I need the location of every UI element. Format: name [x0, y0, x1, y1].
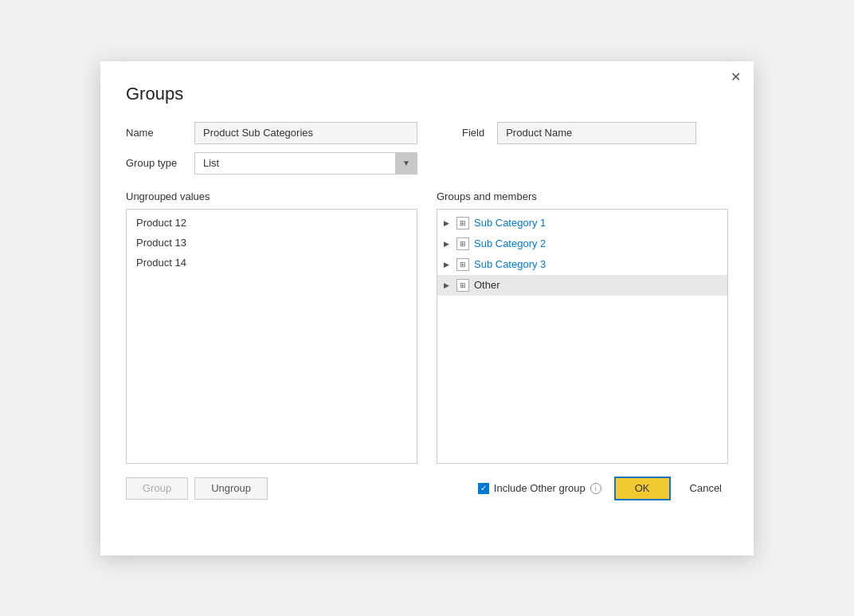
- field-label: Field: [462, 127, 484, 139]
- tree-item-label: Sub Category 2: [474, 237, 546, 249]
- name-row: Name Field Product Name: [126, 122, 728, 144]
- group-type-dropdown[interactable]: List Bin: [194, 152, 417, 175]
- include-other-section: ✓ Include Other group i: [478, 482, 601, 494]
- info-icon[interactable]: i: [590, 483, 601, 494]
- expand-icon: ▶: [444, 219, 452, 227]
- groups-dialog: ✕ Groups Name Field Product Name Group t…: [100, 61, 754, 555]
- groups-panel: Groups and members ▶ ⊞ Sub Category 1 ▶ …: [437, 190, 728, 464]
- footer-right: ✓ Include Other group i OK Cancel: [478, 477, 728, 500]
- ungrouped-title: Ungrouped values: [126, 190, 417, 202]
- close-button[interactable]: ✕: [731, 71, 741, 84]
- list-item[interactable]: Product 13: [127, 233, 417, 253]
- footer-left: Group Ungroup: [126, 477, 268, 500]
- dialog-title: Groups: [126, 84, 728, 104]
- list-item[interactable]: Product 14: [127, 253, 417, 273]
- panels-row: Ungrouped values Product 12 Product 13 P…: [126, 190, 728, 464]
- ungroup-button[interactable]: Ungroup: [194, 477, 268, 500]
- group-icon: ⊞: [456, 279, 469, 292]
- include-other-checkbox[interactable]: ✓: [478, 483, 489, 494]
- groups-list[interactable]: ▶ ⊞ Sub Category 1 ▶ ⊞ Sub Category 2 ▶ …: [437, 209, 728, 464]
- dialog-footer: Group Ungroup ✓ Include Other group i OK…: [126, 477, 728, 500]
- list-item[interactable]: Product 12: [127, 213, 417, 233]
- ungrouped-panel: Ungrouped values Product 12 Product 13 P…: [126, 190, 417, 464]
- expand-icon: ▶: [444, 261, 452, 269]
- group-button[interactable]: Group: [126, 477, 188, 500]
- tree-item-other[interactable]: ▶ ⊞ Other: [437, 275, 727, 296]
- field-value: Product Name: [497, 122, 696, 144]
- cancel-button[interactable]: Cancel: [684, 479, 728, 497]
- group-type-row: Group type List Bin ▼: [126, 152, 728, 175]
- group-icon: ⊞: [456, 237, 469, 250]
- name-label: Name: [126, 127, 182, 139]
- ungrouped-list[interactable]: Product 12 Product 13 Product 14: [126, 209, 417, 464]
- group-type-label: Group type: [126, 157, 182, 169]
- tree-item-label: Sub Category 1: [474, 217, 546, 229]
- expand-icon: ▶: [444, 281, 452, 289]
- tree-item-sub1[interactable]: ▶ ⊞ Sub Category 1: [437, 213, 727, 233]
- field-section: Field Product Name: [462, 122, 696, 144]
- name-input[interactable]: [194, 122, 417, 144]
- tree-item-label: Sub Category 3: [474, 258, 546, 270]
- group-type-select-wrapper: List Bin ▼: [194, 152, 417, 175]
- groups-title: Groups and members: [437, 190, 728, 202]
- group-icon: ⊞: [456, 258, 469, 271]
- group-icon: ⊞: [456, 217, 469, 230]
- expand-icon: ▶: [444, 240, 452, 248]
- ok-button[interactable]: OK: [614, 477, 671, 500]
- tree-item-sub2[interactable]: ▶ ⊞ Sub Category 2: [437, 233, 727, 254]
- tree-item-sub3[interactable]: ▶ ⊞ Sub Category 3: [437, 254, 727, 275]
- include-other-label: Include Other group: [494, 482, 586, 494]
- tree-item-label: Other: [474, 279, 500, 291]
